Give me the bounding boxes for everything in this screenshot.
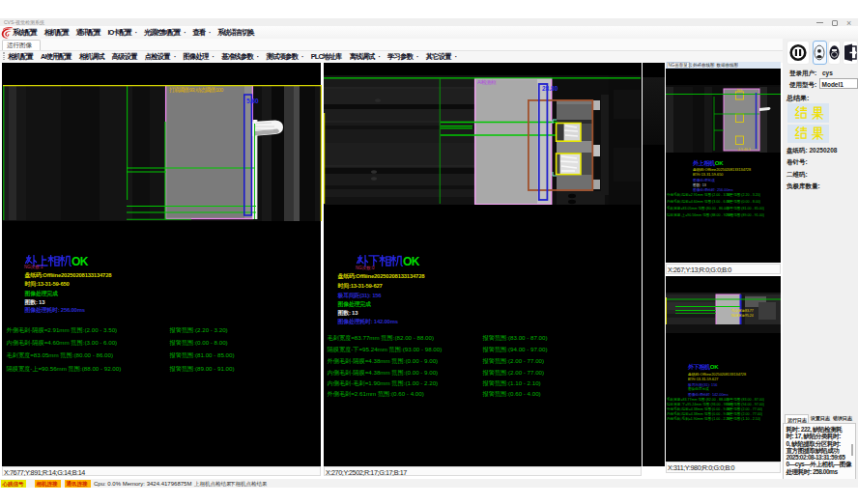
svg-text:打底阈值:93, 动态阈值:100: 打底阈值:93, 动态阈值:100 [168,87,223,94]
svg-text:毛刺宽度83.77: 毛刺宽度83.77 [731,308,754,313]
svg-text:5.60: 5.60 [246,98,259,104]
svg-text:NG: NG [737,89,743,93]
svg-text:隔膜宽度95.24: 隔膜宽度95.24 [731,314,754,318]
svg-text:2.5 40.3: 2.5 40.3 [738,148,751,152]
svg-text:AI检测框: AI检测框 [477,79,497,86]
svg-text:28.80: 28.80 [542,85,558,92]
